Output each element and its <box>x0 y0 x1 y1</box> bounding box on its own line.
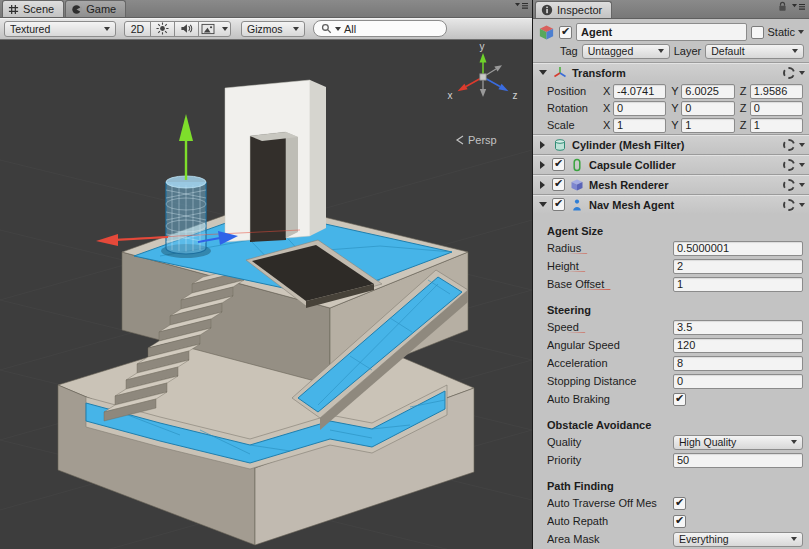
component-menu-icon[interactable] <box>799 163 805 167</box>
property-label: Base Offset <box>547 278 673 290</box>
component-enabled-checkbox[interactable] <box>552 178 565 191</box>
component-header-mesh-renderer[interactable]: Mesh Renderer <box>533 174 809 194</box>
axis-y-label: Y <box>671 119 681 131</box>
foldout-open-icon[interactable] <box>537 70 548 75</box>
field-area: 0.5000001 <box>673 241 803 256</box>
gameobject-header: Agent Static Tag Untagged Layer <box>533 19 809 62</box>
component-header-transform[interactable]: Transform <box>533 62 809 82</box>
gear-icon[interactable] <box>783 179 795 191</box>
component-enabled-checkbox[interactable] <box>552 198 565 211</box>
value-field[interactable]: 120 <box>673 338 803 353</box>
gameobject-name-field[interactable]: Agent <box>576 23 747 41</box>
position-x-field[interactable]: -4.0741 <box>613 84 666 99</box>
section-heading: Steering <box>533 302 809 318</box>
field-area: Everything <box>673 532 803 547</box>
property-label: Speed <box>547 321 673 333</box>
checkbox[interactable] <box>673 515 686 528</box>
property-row: QualityHigh Quality <box>533 433 809 451</box>
tag-dropdown[interactable]: Untagged <box>582 44 670 59</box>
dropdown[interactable]: Everything <box>673 532 803 547</box>
static-dropdown-icon[interactable] <box>798 30 804 34</box>
tab-scene[interactable]: Scene <box>2 0 64 17</box>
toggle-2d-button[interactable]: 2D <box>124 21 151 37</box>
transform-row-rotation: Rotation X 0 Y 0 Z 0 <box>533 100 809 116</box>
gear-icon[interactable] <box>783 159 795 171</box>
gear-icon[interactable] <box>783 139 795 151</box>
rotation-x-field[interactable]: 0 <box>613 101 666 116</box>
position-z-field[interactable]: 1.9586 <box>750 84 803 99</box>
component-menu-icon[interactable] <box>799 183 805 187</box>
tab-inspector[interactable]: Inspector <box>535 1 612 18</box>
component-menu-icon[interactable] <box>799 71 805 75</box>
chevron-down-icon <box>791 537 797 541</box>
render-mode-dropdown[interactable]: Textured <box>4 21 116 37</box>
value-field[interactable]: 1 <box>673 277 803 292</box>
value-field[interactable]: 2 <box>673 259 803 274</box>
arch-structure[interactable] <box>225 80 326 242</box>
foldout-open-icon[interactable] <box>537 202 548 207</box>
property-row: Radius0.5000001 <box>533 239 809 257</box>
value-field[interactable]: 0.5000001 <box>673 241 803 256</box>
property-label: Stopping Distance <box>547 375 673 387</box>
tab-game[interactable]: Game <box>65 0 126 17</box>
search-filter-chevron-icon[interactable] <box>335 27 341 31</box>
component-enabled-checkbox[interactable] <box>552 158 565 171</box>
position-y-field[interactable]: 6.0025 <box>681 84 734 99</box>
axis-x-label: x <box>448 90 453 101</box>
component-menu-icon[interactable] <box>799 143 805 147</box>
scale-x-field[interactable]: 1 <box>613 118 666 133</box>
dropdown-value: Everything <box>679 533 786 545</box>
effects-toggle-button[interactable] <box>198 21 231 37</box>
component-header-nav-mesh-agent[interactable]: Nav Mesh Agent <box>533 194 809 214</box>
foldout-closed-icon[interactable] <box>537 141 548 149</box>
foldout-closed-icon[interactable] <box>537 181 548 189</box>
audio-toggle-button[interactable] <box>174 21 199 37</box>
value-field[interactable]: 50 <box>673 453 803 468</box>
agent-cylinder[interactable] <box>161 176 211 258</box>
layer-dropdown[interactable]: Default <box>705 44 804 59</box>
panel-menu-icon[interactable] <box>515 0 528 14</box>
component-header-capsule-collider[interactable]: Capsule Collider <box>533 154 809 174</box>
scale-z-field[interactable]: 1 <box>750 118 803 133</box>
game-pacman-icon <box>71 4 82 15</box>
render-mode-value: Textured <box>10 23 99 35</box>
gear-icon[interactable] <box>783 199 795 211</box>
axis-x-label: X <box>603 119 613 131</box>
tab-game-label: Game <box>86 3 116 15</box>
search-input[interactable]: All <box>313 20 447 37</box>
component-menu-icon[interactable] <box>799 203 805 207</box>
checkbox[interactable] <box>673 497 686 510</box>
static-toggle[interactable]: Static <box>751 26 804 39</box>
component-title: Mesh Renderer <box>589 179 668 191</box>
panel-menu-icon[interactable] <box>792 1 805 15</box>
dropdown-value: High Quality <box>679 436 786 448</box>
active-checkbox[interactable] <box>559 26 572 39</box>
component-header-mesh-filter[interactable]: Cylinder (Mesh Filter) <box>533 134 809 154</box>
static-checkbox[interactable] <box>751 26 764 39</box>
lock-icon[interactable] <box>777 1 788 15</box>
scene-viewport[interactable]: y x z Persp <box>0 40 532 549</box>
field-area <box>673 393 803 406</box>
toggle-2d-label: 2D <box>131 23 144 35</box>
persp-label: Persp <box>468 134 497 146</box>
value-field[interactable]: 0 <box>673 374 803 389</box>
component-title: Cylinder (Mesh Filter) <box>572 139 684 151</box>
checkbox[interactable] <box>673 393 686 406</box>
mesh-filter-icon <box>552 138 568 152</box>
scale-y-field[interactable]: 1 <box>681 118 734 133</box>
tag-value: Untagged <box>588 45 653 57</box>
field-area: High Quality <box>673 435 803 450</box>
dropdown[interactable]: High Quality <box>673 435 803 450</box>
gizmos-dropdown[interactable]: Gizmos <box>241 21 305 37</box>
field-area: 50 <box>673 453 803 468</box>
value-field[interactable]: 8 <box>673 356 803 371</box>
lighting-toggle-button[interactable] <box>150 21 175 37</box>
annotated-label: Height <box>547 260 579 272</box>
rotation-z-field[interactable]: 0 <box>750 101 803 116</box>
rotation-y-field[interactable]: 0 <box>681 101 734 116</box>
speaker-icon <box>180 22 193 35</box>
gear-icon[interactable] <box>783 67 795 79</box>
property-row: Speed3.5 <box>533 318 809 336</box>
foldout-closed-icon[interactable] <box>537 161 548 169</box>
value-field[interactable]: 3.5 <box>673 320 803 335</box>
